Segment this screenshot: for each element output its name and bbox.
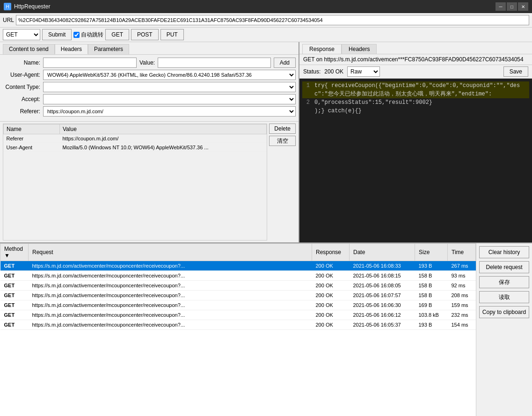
history-row[interactable]: GET https://s.m.jd.com/activemcenter/mco… (0, 271, 476, 281)
clear-button[interactable]: 清空 (269, 136, 296, 146)
history-date: 2021-05-06 16:06:30 (350, 300, 415, 310)
line-num-2: 2 (302, 98, 310, 107)
app-icon: H (4, 3, 11, 10)
referer-label: Referer: (3, 108, 40, 115)
history-method: GET (0, 300, 29, 310)
history-size: 169 B (415, 300, 448, 310)
history-time: 93 ms (448, 271, 476, 281)
history-table-container: Method ▼ Request Response Date Size Time… (0, 243, 476, 416)
user-agent-select[interactable]: WOW64) AppleWebKit/537.36 (KHTML, like G… (43, 70, 296, 80)
tab-headers[interactable]: Headers (55, 44, 88, 54)
col-name: Name (4, 124, 60, 134)
left-panel: Content to send Headers Parameters Name:… (0, 42, 299, 242)
method-select[interactable]: GET POST PUT DELETE (3, 29, 40, 40)
history-method: GET (0, 310, 29, 320)
clear-history-button[interactable]: Clear history (479, 246, 529, 258)
history-date: 2021-05-06 16:08:33 (350, 261, 415, 271)
put-button[interactable]: PUT (160, 29, 184, 40)
header-row[interactable]: Refererhttps://coupon.m.jd.com/ (4, 134, 267, 143)
delete-request-button[interactable]: Delete request (479, 261, 529, 273)
history-row[interactable]: GET https://s.m.jd.com/activemcenter/mco… (0, 261, 476, 271)
history-size: 158 B (415, 271, 448, 281)
history-method: GET (0, 271, 29, 281)
history-request: https://s.m.jd.com/activemcenter/mcoupon… (29, 261, 312, 271)
value-input[interactable] (158, 58, 271, 68)
history-time: 267 ms (448, 261, 476, 271)
tab-response[interactable]: Response (302, 44, 342, 54)
status-bar: Status: 200 OK Raw JSON HTML Save (299, 65, 532, 79)
app-title: HttpRequester (14, 3, 496, 10)
history-request: https://s.m.jd.com/activemcenter/mcoupon… (29, 271, 312, 281)
raw-select[interactable]: Raw JSON HTML (347, 66, 380, 77)
tab-parameters[interactable]: Parameters (88, 44, 129, 54)
history-row[interactable]: GET https://s.m.jd.com/activemcenter/mco… (0, 281, 476, 291)
status-label: Status: (303, 68, 321, 75)
header-row[interactable]: User-AgentMozilla/5.0 (Windows NT 10.0; … (4, 143, 267, 152)
referer-select[interactable]: https://coupon.m.jd.com/ (43, 106, 296, 117)
close-button[interactable]: ✕ (518, 2, 528, 11)
post-button[interactable]: POST (131, 29, 159, 40)
status-value: 200 OK (324, 68, 343, 75)
content-type-row: Content Type: (3, 82, 296, 92)
history-method: GET (0, 320, 29, 330)
history-response: 200 OK (312, 261, 350, 271)
col-size: Size (415, 244, 448, 261)
code-content-1: try{ receiveCoupon({"begintime":0,"code"… (314, 81, 529, 98)
accept-label: Accept: (3, 96, 40, 102)
history-date: 2021-05-06 16:08:05 (350, 281, 415, 291)
url-input[interactable] (16, 15, 529, 25)
minimize-button[interactable]: ─ (496, 2, 506, 11)
content-type-select[interactable] (43, 82, 296, 92)
history-request: https://s.m.jd.com/activemcenter/mcoupon… (29, 320, 312, 330)
value-label: Value: (139, 59, 155, 66)
history-row[interactable]: GET https://s.m.jd.com/activemcenter/mco… (0, 300, 476, 310)
window-controls: ─ □ ✕ (496, 2, 528, 11)
history-row[interactable]: GET https://s.m.jd.com/activemcenter/mco… (0, 320, 476, 330)
history-date: 2021-05-06 16:08:15 (350, 271, 415, 281)
history-size: 103.8 kB (415, 310, 448, 320)
history-response: 200 OK (312, 291, 350, 300)
add-button[interactable]: Add (274, 58, 296, 68)
response-info: GET on https://s.m.jd.com/activemcen***F… (299, 54, 532, 65)
tab-content-to-send[interactable]: Content to send (3, 44, 55, 54)
headers-form: Name: Value: Add User-Agent: WOW64) Appl… (0, 55, 299, 122)
code-content-2: 0,"processStatus":15,"result":9002} (314, 98, 529, 107)
accept-select[interactable] (43, 94, 296, 104)
header-value: Mozilla/5.0 (Windows NT 10.0; WOW64) App… (60, 143, 267, 152)
maximize-button[interactable]: □ (507, 2, 517, 11)
headers-table-wrapper: Name Value Refererhttps://coupon.m.jd.co… (0, 122, 299, 242)
save-history-button[interactable]: 保存 (479, 276, 529, 288)
copy-clipboard-button[interactable]: Copy to clipboard (479, 306, 529, 318)
history-request: https://s.m.jd.com/activemcenter/mcoupon… (29, 310, 312, 320)
delete-button[interactable]: Delete (269, 124, 296, 134)
user-agent-row: User-Agent: WOW64) AppleWebKit/537.36 (K… (3, 70, 296, 80)
tab-headers-response[interactable]: Headers (342, 44, 377, 54)
code-area: 1 try{ receiveCoupon({"begintime":0,"cod… (299, 79, 532, 242)
col-value: Value (60, 124, 267, 134)
read-button[interactable]: 读取 (479, 291, 529, 303)
history-time: 208 ms (448, 291, 476, 300)
col-date: Date (350, 244, 415, 261)
name-label: Name: (3, 59, 40, 66)
history-row[interactable]: GET https://s.m.jd.com/activemcenter/mco… (0, 291, 476, 300)
submit-button[interactable]: Submit (42, 29, 72, 40)
save-response-button[interactable]: Save (503, 66, 528, 77)
line-num-3 (302, 107, 310, 115)
col-request: Request (29, 244, 312, 261)
accept-row: Accept: (3, 94, 296, 104)
history-date: 2021-05-06 16:07:57 (350, 291, 415, 300)
url-bar: URL (0, 13, 532, 28)
header-value: https://coupon.m.jd.com/ (60, 134, 267, 143)
title-bar: H HttpRequester ─ □ ✕ (0, 0, 532, 13)
auto-redirect-label[interactable]: 自动跳转 (73, 31, 103, 39)
get-button[interactable]: GET (105, 29, 129, 40)
main-content: URL GET POST PUT DELETE Submit 自动跳转 GET … (0, 13, 532, 416)
history-response: 200 OK (312, 310, 350, 320)
history-size: 158 B (415, 281, 448, 291)
name-input[interactable] (43, 58, 137, 68)
history-response: 200 OK (312, 300, 350, 310)
user-agent-label: User-Agent: (3, 72, 40, 78)
history-row[interactable]: GET https://s.m.jd.com/activemcenter/mco… (0, 310, 476, 320)
line-num-1: 1 (302, 81, 310, 98)
auto-redirect-checkbox[interactable] (73, 32, 80, 38)
